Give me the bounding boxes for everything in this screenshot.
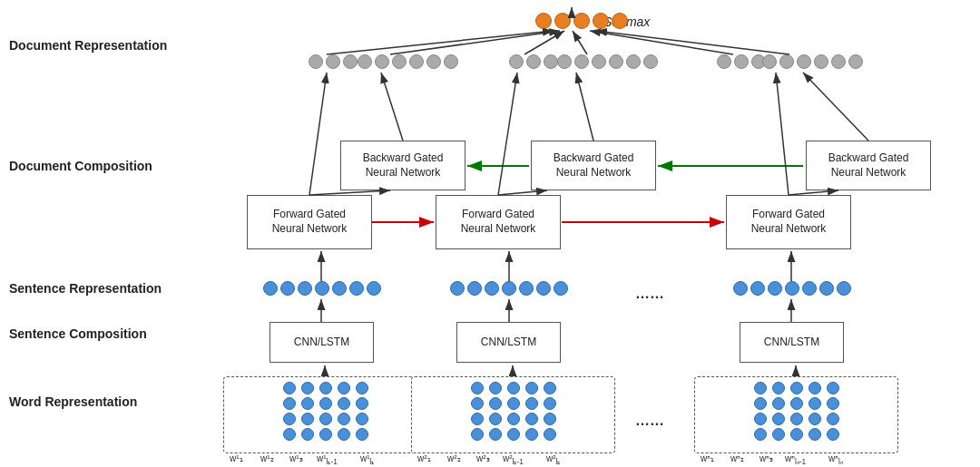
node [831, 54, 846, 69]
node [557, 54, 572, 69]
node [444, 54, 458, 69]
svg-line-29 [590, 31, 733, 54]
word-label-s1-2: w¹₂ [260, 453, 274, 463]
softmax-node [573, 13, 590, 29]
word-label-sn-1: wⁿ₁ [701, 453, 714, 463]
backward-gnn-1: Backward GatedNeural Network [340, 141, 466, 190]
word-label-s1-l1: w¹l₁ [360, 453, 374, 466]
backward-gnn-2: Backward GatedNeural Network [531, 141, 656, 190]
node [802, 281, 817, 296]
word-label-s1-1: w¹₁ [230, 453, 243, 463]
svg-line-23 [576, 73, 593, 141]
node [768, 281, 782, 296]
softmax-node [535, 13, 552, 29]
word-group-2 [411, 376, 615, 453]
diagram: { "labels": { "document_representation":… [0, 0, 980, 467]
node [643, 54, 658, 69]
ellipsis-sent: …… [635, 286, 664, 302]
softmax-node [593, 13, 609, 29]
cnn-lstm-1: CNN/LSTM [270, 322, 374, 363]
label-document-composition: Document Composition [9, 159, 152, 173]
node [426, 54, 441, 69]
node [779, 54, 794, 69]
node [750, 281, 765, 296]
word-label-s2-2: w²₂ [447, 453, 461, 463]
label-sentence-composition: Sentence Composition [9, 326, 147, 341]
svg-line-27 [524, 31, 564, 54]
node [263, 281, 278, 296]
svg-line-19 [309, 73, 327, 195]
node [519, 281, 534, 296]
node [819, 281, 834, 296]
node [358, 54, 372, 69]
svg-line-22 [381, 73, 403, 141]
node [326, 54, 340, 69]
svg-line-24 [803, 73, 868, 141]
svg-line-20 [498, 73, 517, 195]
node [502, 281, 516, 296]
word-label-s1-l1m1: w¹l₁-1 [317, 453, 338, 466]
node [554, 281, 568, 296]
word-label-s2-1: w²₁ [417, 453, 431, 463]
word-group-1 [223, 376, 427, 453]
node [733, 281, 748, 296]
forward-gnn-2: Forward GatedNeural Network [436, 195, 561, 249]
node [797, 54, 811, 69]
node [485, 281, 499, 296]
forward-gnn-3: Forward GatedNeural Network [726, 195, 851, 249]
softmax-nodes [535, 13, 628, 29]
label-word-representation: Word Representation [9, 394, 137, 409]
node [626, 54, 641, 69]
word-label-s2-l2m1: w²l₂-1 [503, 453, 524, 466]
label-document-representation: Document Representation [9, 38, 167, 53]
sent-rep-nodes-2 [450, 281, 568, 296]
ellipsis-word: …… [635, 413, 664, 429]
node [509, 54, 524, 69]
node [392, 54, 407, 69]
node [544, 54, 558, 69]
word-label-s2-l2: w²l₂ [546, 453, 560, 466]
doc-rep-nodes-right-b [762, 54, 863, 69]
node [762, 54, 777, 69]
softmax-node [554, 13, 571, 29]
softmax-node [612, 13, 628, 29]
node [609, 54, 623, 69]
word-label-s2-3: w²₃ [476, 453, 490, 463]
svg-line-21 [776, 73, 789, 195]
word-label-sn-3: wⁿ₃ [760, 453, 773, 463]
node [785, 281, 799, 296]
doc-rep-nodes-right-a [717, 54, 766, 69]
word-label-sn-lnm1: wⁿlₙ-1 [785, 453, 806, 466]
word-label-sn-ln: wⁿlₙ [828, 453, 843, 466]
doc-rep-nodes-left-b [358, 54, 458, 69]
sent-rep-nodes-1 [263, 281, 381, 296]
node [467, 281, 482, 296]
node [315, 281, 329, 296]
node [280, 281, 295, 296]
word-group-n [694, 376, 898, 453]
forward-gnn-1: Forward GatedNeural Network [247, 195, 372, 249]
node [837, 281, 851, 296]
svg-line-30 [596, 31, 789, 54]
node [349, 281, 364, 296]
node [717, 54, 731, 69]
doc-rep-nodes-center-b [557, 54, 658, 69]
backward-gnn-3: Backward GatedNeural Network [806, 141, 931, 190]
svg-line-25 [327, 31, 554, 54]
node [309, 54, 323, 69]
node [848, 54, 863, 69]
cnn-lstm-3: CNN/LSTM [740, 322, 844, 363]
svg-line-26 [390, 31, 560, 54]
node [592, 54, 606, 69]
node [526, 54, 541, 69]
word-label-s1-3: w¹₃ [289, 453, 303, 463]
node [409, 54, 424, 69]
node [814, 54, 828, 69]
cnn-lstm-2: CNN/LSTM [456, 322, 561, 363]
sent-rep-nodes-3 [733, 281, 851, 296]
node [343, 54, 358, 69]
node [367, 281, 381, 296]
doc-rep-nodes-left-a [309, 54, 358, 69]
svg-line-28 [573, 31, 587, 54]
doc-rep-nodes-center-a [509, 54, 558, 69]
